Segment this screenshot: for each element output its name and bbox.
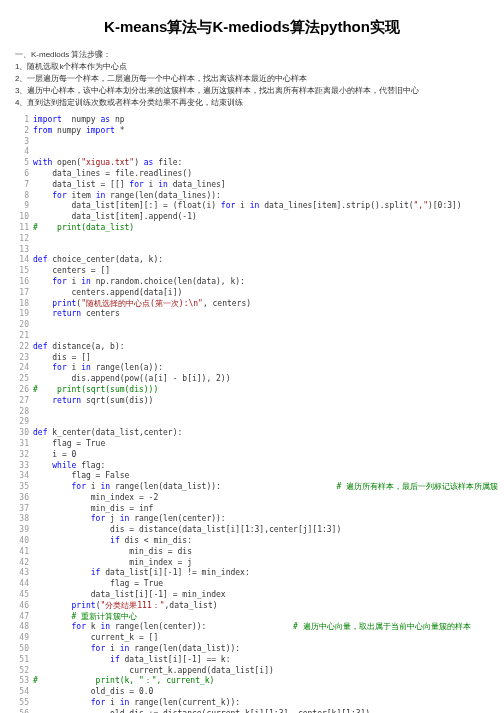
line-number: 24 (15, 363, 29, 374)
token-kw: in (81, 277, 91, 286)
token-kw: print (52, 299, 76, 308)
token: dis = [] (33, 353, 91, 362)
line-number: 47 (15, 612, 29, 623)
token-com: # print(sqrt(sum(dis))) (33, 385, 158, 394)
token-com: # print(data_list) (33, 223, 134, 232)
token: data_lines[item].strip().split( (259, 201, 413, 210)
code-line: 51 if data_list[i][-1] == k: (15, 655, 489, 666)
token (33, 309, 52, 318)
line-number: 2 (15, 126, 29, 137)
line-number: 23 (15, 353, 29, 364)
token: flag: (76, 461, 105, 470)
line-number: 54 (15, 687, 29, 698)
token: min_index = j (33, 558, 192, 567)
line-number: 51 (15, 655, 29, 666)
token: min_index = -2 (33, 493, 158, 502)
token-kw: for (72, 482, 86, 491)
line-number: 55 (15, 698, 29, 709)
token: data_list = [[] (33, 180, 129, 189)
token-kw: while (52, 461, 76, 470)
intro-section: 一、K-mediods 算法步骤： 1、随机选取k个样本作为中心点 2、一层遍历… (15, 49, 489, 109)
token (33, 363, 52, 372)
token: distance(a, b): (47, 342, 124, 351)
line-number: 50 (15, 644, 29, 655)
code-line: 32 i = 0 (15, 450, 489, 461)
token: data_list[i][-1] != min_index: (100, 568, 249, 577)
code-line: 5with open("xigua.txt") as file: (15, 158, 489, 169)
code-line: 17 centers.append(data[i]) (15, 288, 489, 299)
token-kw: for (91, 514, 105, 523)
token: range(len(data_list)): (129, 644, 240, 653)
token: open( (52, 158, 81, 167)
token: flag = True (33, 579, 163, 588)
token: data_lines] (168, 180, 226, 189)
line-number: 16 (15, 277, 29, 288)
token-kw: in (100, 482, 110, 491)
token: centers (81, 309, 120, 318)
line-number: 44 (15, 579, 29, 590)
token: data_list[item][:] = (float(i) (33, 201, 221, 210)
line-number: 27 (15, 396, 29, 407)
code-line: 46 print("分类结果111：",data_list) (15, 601, 489, 612)
token (33, 698, 91, 707)
code-line: 21 (15, 331, 489, 342)
code-line: 45 data_list[i][-1] = min_index (15, 590, 489, 601)
token: k_center(data_list,center): (47, 428, 182, 437)
code-line: 44 flag = True (15, 579, 489, 590)
token: j (105, 514, 119, 523)
line-number: 39 (15, 525, 29, 536)
line-number: 13 (15, 245, 29, 256)
step-line: 2、一层遍历每一个样本，二层遍历每一个中心样本，找出离该样本最近的中心样本 (15, 73, 489, 85)
token-kw: in (120, 644, 130, 653)
code-line: 8 for item in range(len(data_lines)): (15, 191, 489, 202)
code-line: 18 print("随机选择的中心点(第一次):\n", centers) (15, 299, 489, 310)
token-kw: return (52, 396, 81, 405)
step-line: 3、遍历中心样本，该中心样本划分出来的这簇样本，遍历这簇样本，找出离所有样本距离… (15, 85, 489, 97)
token: centers.append(data[i]) (33, 288, 182, 297)
token-kw: import (33, 115, 62, 124)
line-number: 8 (15, 191, 29, 202)
line-number: 14 (15, 255, 29, 266)
token: ,data_list) (165, 601, 218, 610)
line-number: 36 (15, 493, 29, 504)
code-line: 39 dis = distance(data_list[i][1:3],cent… (15, 525, 489, 536)
token-kw: in (158, 180, 168, 189)
line-number: 31 (15, 439, 29, 450)
token-kw: for (72, 622, 86, 631)
step-line: 4、直到达到指定训练次数或者样本分类结果不再变化，结束训练 (15, 97, 489, 109)
token-kw: as (100, 115, 110, 124)
line-number: 56 (15, 709, 29, 713)
code-line: 20 (15, 320, 489, 331)
code-line: 54 old_dis = 0.0 (15, 687, 489, 698)
token (33, 482, 72, 491)
token-kw: for (129, 180, 143, 189)
line-number: 19 (15, 309, 29, 320)
token-com: # 重新计算簇中心 (72, 612, 138, 621)
token: range(len(data_lines)): (105, 191, 221, 200)
step-line: 1、随机选取k个样本作为中心点 (15, 61, 489, 73)
token (33, 612, 72, 621)
token: file: (153, 158, 182, 167)
token-kw: return (52, 309, 81, 318)
line-number: 21 (15, 331, 29, 342)
line-number: 49 (15, 633, 29, 644)
token-com: # 遍历中心向量，取出属于当前中心向量簇的样本 (293, 622, 471, 631)
code-line: 1import numpy as np (15, 115, 489, 126)
code-line: 52 current_k.append(data_list[i]) (15, 666, 489, 677)
code-line: 29 (15, 417, 489, 428)
line-number: 15 (15, 266, 29, 277)
token (33, 191, 52, 200)
token-com: # 遍历所有样本，最后一列标记该样本所属簇 (336, 482, 498, 491)
code-line: 23 dis = [] (15, 353, 489, 364)
code-line: 2from numpy import * (15, 126, 489, 137)
token-kw: if (110, 536, 120, 545)
token-kw: def (33, 255, 47, 264)
token-kw: in (96, 191, 106, 200)
token (33, 396, 52, 405)
line-number: 5 (15, 158, 29, 169)
token: dis < min_dis: (120, 536, 192, 545)
line-number: 46 (15, 601, 29, 612)
token-kw: in (120, 514, 130, 523)
section-heading: 一、K-mediods 算法步骤： (15, 49, 489, 61)
code-line: 34 flag = False (15, 471, 489, 482)
